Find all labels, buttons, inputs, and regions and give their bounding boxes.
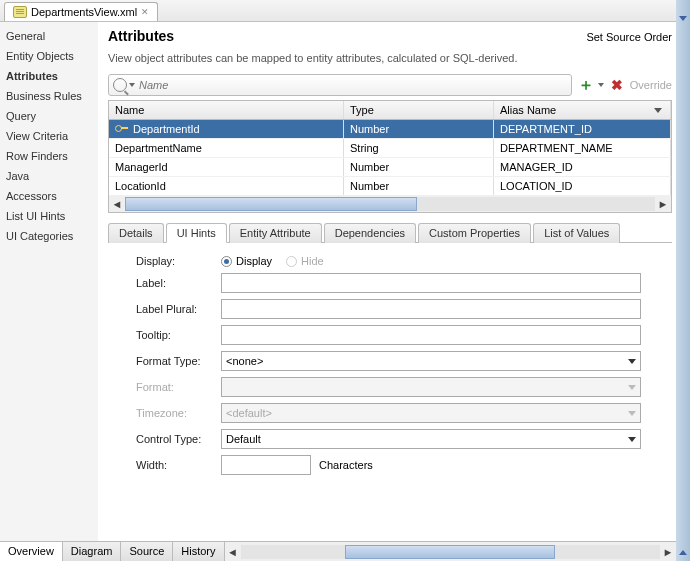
key-icon bbox=[115, 123, 129, 133]
label-plural-label: Label Plural: bbox=[136, 303, 221, 315]
cell-type: Number bbox=[344, 177, 494, 195]
display-label: Display: bbox=[136, 255, 221, 267]
cell-name: LocationId bbox=[109, 177, 344, 195]
scroll-down-icon bbox=[679, 16, 687, 21]
sidebar-item-row-finders[interactable]: Row Finders bbox=[0, 146, 98, 166]
cell-name: DepartmentId bbox=[133, 123, 200, 135]
hide-radio[interactable]: Hide bbox=[286, 255, 324, 267]
chevron-down-icon[interactable] bbox=[654, 108, 662, 113]
subtab-details[interactable]: Details bbox=[108, 223, 164, 243]
scroll-thumb[interactable] bbox=[125, 197, 417, 211]
delete-button[interactable]: ✖ bbox=[608, 76, 626, 94]
file-tab-label: DepartmentsView.xml bbox=[31, 6, 137, 18]
label-label: Label: bbox=[136, 277, 221, 289]
add-button[interactable]: ＋ bbox=[576, 75, 596, 95]
cell-alias: MANAGER_ID bbox=[494, 158, 671, 176]
cell-name: ManagerId bbox=[109, 158, 344, 176]
table-row[interactable]: LocationId Number LOCATION_ID bbox=[109, 177, 671, 196]
timezone-label: Timezone: bbox=[136, 407, 221, 419]
display-radio-label: Display bbox=[236, 255, 272, 267]
sidebar-item-accessors[interactable]: Accessors bbox=[0, 186, 98, 206]
search-box[interactable] bbox=[108, 74, 572, 96]
cell-type: Number bbox=[344, 158, 494, 176]
close-icon[interactable]: ✕ bbox=[141, 7, 149, 17]
chevron-down-icon bbox=[628, 359, 636, 364]
width-label: Width: bbox=[136, 459, 221, 471]
subtab-list-of-values[interactable]: List of Values bbox=[533, 223, 620, 243]
sidebar-item-list-ui-hints[interactable]: List UI Hints bbox=[0, 206, 98, 226]
help-strip bbox=[98, 22, 690, 26]
bottom-tab-history[interactable]: History bbox=[173, 542, 224, 561]
search-input[interactable] bbox=[139, 79, 567, 91]
table-header: Name Type Alias Name bbox=[109, 101, 671, 120]
tooltip-input[interactable] bbox=[221, 325, 641, 345]
scroll-right-icon[interactable]: ► bbox=[660, 546, 676, 558]
timezone-select: <default> bbox=[221, 403, 641, 423]
format-type-label: Format Type: bbox=[136, 355, 221, 367]
table-row[interactable]: DepartmentName String DEPARTMENT_NAME bbox=[109, 139, 671, 158]
scroll-right-icon[interactable]: ► bbox=[655, 198, 671, 210]
override-label: Override bbox=[630, 79, 672, 91]
subtab-ui-hints[interactable]: UI Hints bbox=[166, 223, 227, 243]
sidebar-item-view-criteria[interactable]: View Criteria bbox=[0, 126, 98, 146]
cell-alias: LOCATION_ID bbox=[494, 177, 671, 195]
hide-radio-label: Hide bbox=[301, 255, 324, 267]
sidebar-item-general[interactable]: General bbox=[0, 26, 98, 46]
chevron-down-icon bbox=[628, 437, 636, 442]
control-type-label: Control Type: bbox=[136, 433, 221, 445]
scroll-up-icon bbox=[678, 547, 688, 557]
sidebar-item-attributes[interactable]: Attributes bbox=[0, 66, 98, 86]
scroll-left-icon[interactable]: ◄ bbox=[225, 546, 241, 558]
search-icon bbox=[113, 78, 127, 92]
col-alias-label: Alias Name bbox=[500, 104, 556, 116]
editor-tab-bar: DepartmentsView.xml ✕ bbox=[0, 0, 690, 22]
ui-hints-form: Display: Display Hide Label: Label Plura… bbox=[136, 255, 690, 475]
sidebar-item-ui-categories[interactable]: UI Categories bbox=[0, 226, 98, 246]
col-type[interactable]: Type bbox=[344, 101, 494, 119]
attributes-table: Name Type Alias Name DepartmentId Number… bbox=[108, 100, 672, 213]
bottom-tab-overview[interactable]: Overview bbox=[0, 542, 63, 561]
bottom-tab-diagram[interactable]: Diagram bbox=[63, 542, 122, 561]
subtab-entity-attribute[interactable]: Entity Attribute bbox=[229, 223, 322, 243]
subtab-dependencies[interactable]: Dependencies bbox=[324, 223, 416, 243]
scroll-thumb[interactable] bbox=[345, 545, 555, 559]
sidebar-item-business-rules[interactable]: Business Rules bbox=[0, 86, 98, 106]
timezone-value: <default> bbox=[226, 407, 272, 419]
control-type-select[interactable]: Default bbox=[221, 429, 641, 449]
sidebar-item-entity-objects[interactable]: Entity Objects bbox=[0, 46, 98, 66]
scroll-track[interactable] bbox=[125, 197, 655, 211]
cell-type: Number bbox=[344, 120, 494, 138]
col-alias[interactable]: Alias Name bbox=[494, 101, 671, 119]
width-suffix: Characters bbox=[319, 459, 373, 471]
xml-file-icon bbox=[13, 6, 27, 18]
set-source-order-link[interactable]: Set Source Order bbox=[586, 31, 672, 43]
scroll-track[interactable] bbox=[241, 545, 660, 559]
subtab-custom-properties[interactable]: Custom Properties bbox=[418, 223, 531, 243]
table-horizontal-scrollbar[interactable]: ◄ ► bbox=[109, 196, 671, 212]
page-description: View object attributes can be mapped to … bbox=[108, 52, 690, 64]
bottom-tab-source[interactable]: Source bbox=[121, 542, 173, 561]
sidebar-item-query[interactable]: Query bbox=[0, 106, 98, 126]
control-type-value: Default bbox=[226, 433, 261, 445]
label-input[interactable] bbox=[221, 273, 641, 293]
format-type-value: <none> bbox=[226, 355, 263, 367]
label-plural-input[interactable] bbox=[221, 299, 641, 319]
detail-subtabs: Details UI Hints Entity Attribute Depend… bbox=[108, 223, 690, 243]
format-label: Format: bbox=[136, 381, 221, 393]
table-row[interactable]: DepartmentId Number DEPARTMENT_ID bbox=[109, 120, 671, 139]
display-radio[interactable]: Display bbox=[221, 255, 272, 267]
cell-type: String bbox=[344, 139, 494, 157]
chevron-down-icon[interactable] bbox=[129, 83, 135, 87]
file-tab[interactable]: DepartmentsView.xml ✕ bbox=[4, 2, 158, 21]
sidebar-item-java[interactable]: Java bbox=[0, 166, 98, 186]
format-type-select[interactable]: <none> bbox=[221, 351, 641, 371]
table-row[interactable]: ManagerId Number MANAGER_ID bbox=[109, 158, 671, 177]
scroll-left-icon[interactable]: ◄ bbox=[109, 198, 125, 210]
chevron-down-icon bbox=[628, 411, 636, 416]
editor-bottom-tabs: Overview Diagram Source History ◄ ► bbox=[0, 541, 676, 561]
width-input[interactable] bbox=[221, 455, 311, 475]
tooltip-label: Tooltip: bbox=[136, 329, 221, 341]
col-name[interactable]: Name bbox=[109, 101, 344, 119]
bottom-horizontal-scrollbar[interactable]: ◄ ► bbox=[225, 542, 676, 561]
add-dropdown-icon[interactable] bbox=[598, 83, 604, 87]
